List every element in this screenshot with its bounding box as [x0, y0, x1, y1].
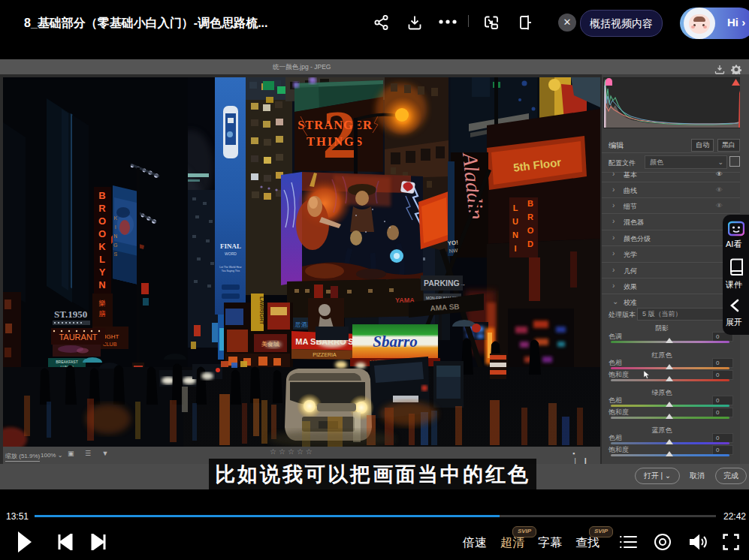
svg-text:ST.1950: ST.1950: [54, 309, 87, 320]
svg-text:NW: NW: [448, 248, 458, 254]
svg-text:You Saying This: You Saying This: [222, 269, 240, 272]
svg-text:O: O: [98, 228, 106, 239]
svg-text:K: K: [98, 241, 106, 252]
svg-text:O: O: [98, 215, 106, 227]
svg-text:FINAL: FINAL: [220, 242, 241, 250]
svg-text:BREAKFAST: BREAKFAST: [56, 360, 77, 364]
svg-text:R: R: [527, 212, 533, 221]
svg-text:N: N: [113, 233, 117, 239]
svg-text:TAURANT: TAURANT: [59, 333, 97, 342]
svg-text:STRANGER: STRANGER: [297, 118, 373, 132]
svg-text:B: B: [527, 199, 533, 208]
svg-text:O: O: [527, 226, 534, 235]
svg-text:樂: 樂: [99, 300, 106, 307]
svg-text:WORD: WORD: [225, 251, 237, 256]
svg-text:K: K: [114, 215, 118, 221]
svg-text:N: N: [98, 279, 105, 291]
svg-text:YO!: YO!: [447, 239, 458, 247]
svg-text:LAWRIGHT: LAWRIGHT: [259, 297, 264, 325]
svg-text:Y: Y: [99, 266, 106, 278]
svg-text:Let The World Hear: Let The World Hear: [219, 266, 242, 269]
svg-text:R: R: [98, 203, 106, 214]
svg-text:膳: 膳: [99, 310, 106, 318]
svg-text:L: L: [99, 254, 105, 265]
svg-text:Sbarro: Sbarro: [373, 333, 418, 351]
svg-text:B: B: [98, 190, 105, 201]
svg-text:PARKING→: PARKING→: [424, 278, 466, 288]
svg-text:G: G: [113, 242, 117, 248]
svg-text:I: I: [115, 224, 116, 230]
svg-text:PIZZERIA: PIZZERIA: [313, 352, 337, 357]
svg-text:U: U: [512, 217, 518, 226]
svg-text:D: D: [527, 239, 533, 248]
svg-text:N: N: [512, 230, 518, 239]
svg-text:L: L: [513, 203, 518, 212]
svg-text:I: I: [514, 244, 516, 253]
svg-text:S: S: [114, 251, 118, 257]
